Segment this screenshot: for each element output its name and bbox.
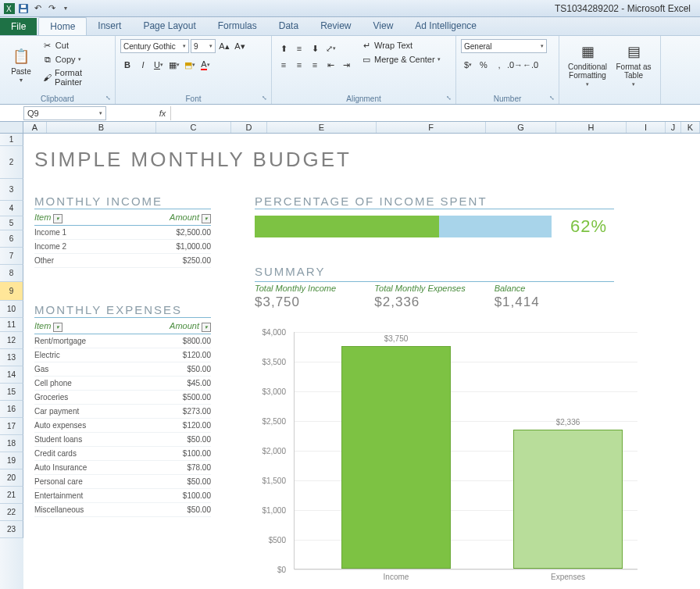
orientation-icon[interactable]: ⤢▾ <box>323 41 338 55</box>
select-all-button[interactable] <box>0 122 23 134</box>
tab-view[interactable]: View <box>362 17 405 35</box>
dialog-launcher-icon[interactable]: ⤡ <box>105 95 113 102</box>
row-header[interactable]: 20 <box>0 469 23 487</box>
formula-input[interactable] <box>170 106 700 120</box>
row-header[interactable]: 6 <box>0 230 23 248</box>
table-row[interactable]: Personal care$50.00 <box>34 475 211 489</box>
save-icon[interactable] <box>17 2 30 15</box>
tab-page-layout[interactable]: Page Layout <box>132 17 206 35</box>
column-header[interactable]: H <box>556 122 627 133</box>
underline-button[interactable]: U▾ <box>152 58 166 72</box>
table-row[interactable]: Cell phone$45.00 <box>34 377 211 391</box>
row-header[interactable]: 2 <box>0 146 23 179</box>
wrap-text-button[interactable]: ↵Wrap Text <box>359 39 442 52</box>
italic-button[interactable]: I <box>136 58 150 72</box>
column-header[interactable]: C <box>156 122 231 133</box>
decrease-indent-icon[interactable]: ⇤ <box>323 58 338 72</box>
dialog-launcher-icon[interactable]: ⤡ <box>262 95 270 102</box>
format-painter-button[interactable]: 🖌Format Painter <box>41 67 110 87</box>
align-middle-icon[interactable]: ≡ <box>292 41 306 55</box>
paste-button[interactable]: 📋 Paste ▼ <box>5 39 38 91</box>
tab-formulas[interactable]: Formulas <box>207 17 268 35</box>
table-row[interactable]: Electric$120.00 <box>34 348 211 362</box>
column-header[interactable]: J <box>666 122 681 133</box>
name-box[interactable]: Q9▾ <box>23 106 106 120</box>
row-header[interactable]: 1 <box>0 134 23 146</box>
format-as-table-button[interactable]: ▤ Format as Table▾ <box>614 39 653 91</box>
align-bottom-icon[interactable]: ⬇ <box>308 41 322 55</box>
bold-button[interactable]: B <box>120 58 134 72</box>
increase-indent-icon[interactable]: ⇥ <box>339 58 353 72</box>
row-header[interactable]: 11 <box>0 318 23 332</box>
worksheet-content[interactable]: SIMPLE MONTHLY BUDGET MONTHLY INCOME Ite… <box>23 134 700 589</box>
column-header[interactable]: I <box>627 122 666 133</box>
row-header[interactable]: 18 <box>0 435 23 452</box>
border-button[interactable]: ▦▾ <box>167 58 181 72</box>
column-header[interactable]: E <box>267 122 377 133</box>
conditional-formatting-button[interactable]: ▦ Conditional Formatting▾ <box>564 39 611 91</box>
row-header[interactable]: 4 <box>0 201 23 216</box>
qat-customize-icon[interactable]: ▼ <box>59 2 72 15</box>
row-header[interactable]: 9 <box>0 282 23 301</box>
row-header[interactable]: 7 <box>0 248 23 265</box>
table-row[interactable]: Other$250.00 <box>34 254 211 268</box>
row-header[interactable]: 22 <box>0 504 23 521</box>
font-color-button[interactable]: A▾ <box>198 58 212 72</box>
row-header[interactable]: 13 <box>0 349 23 366</box>
currency-icon[interactable]: $▾ <box>461 58 475 72</box>
cut-button[interactable]: ✂Cut <box>41 39 110 52</box>
font-name-select[interactable]: Century Gothic▾ <box>120 39 189 53</box>
number-format-select[interactable]: General▾ <box>461 39 547 53</box>
increase-decimal-icon[interactable]: .0→ <box>508 58 522 72</box>
row-header[interactable]: 8 <box>0 265 23 282</box>
row-header[interactable]: 23 <box>0 521 23 538</box>
table-row[interactable]: Credit cards$100.00 <box>34 447 211 461</box>
copy-button[interactable]: ⧉Copy▾ <box>41 53 110 66</box>
column-header[interactable]: F <box>377 122 486 133</box>
column-header[interactable]: B <box>47 122 156 133</box>
column-header[interactable]: G <box>486 122 556 133</box>
file-tab[interactable]: File <box>0 18 37 35</box>
dialog-launcher-icon[interactable]: ⤡ <box>446 95 454 102</box>
dialog-launcher-icon[interactable]: ⤡ <box>549 95 557 102</box>
tab-ad-intelligence[interactable]: Ad Intelligence <box>404 17 488 35</box>
redo-icon[interactable]: ↷ <box>45 2 58 15</box>
undo-icon[interactable]: ↶ <box>31 2 44 15</box>
comma-icon[interactable]: , <box>492 58 506 72</box>
merge-center-button[interactable]: ▭Merge & Center▾ <box>359 53 442 66</box>
font-size-select[interactable]: 9▾ <box>191 39 216 53</box>
row-header[interactable]: 10 <box>0 301 23 318</box>
align-right-icon[interactable]: ≡ <box>308 58 322 72</box>
table-row[interactable]: Auto expenses$120.00 <box>34 419 211 433</box>
tab-data[interactable]: Data <box>268 17 309 35</box>
align-top-icon[interactable]: ⬆ <box>277 41 291 55</box>
table-row[interactable]: Auto Insurance$78.00 <box>34 461 211 475</box>
table-row[interactable]: Income 1$2,500.00 <box>34 226 211 240</box>
tab-review[interactable]: Review <box>309 17 362 35</box>
row-header[interactable]: 17 <box>0 418 23 435</box>
column-header[interactable]: D <box>231 122 267 133</box>
row-header[interactable]: 5 <box>0 216 23 230</box>
tab-home[interactable]: Home <box>38 17 87 35</box>
row-header[interactable]: 19 <box>0 452 23 469</box>
tab-insert[interactable]: Insert <box>87 17 132 35</box>
align-center-icon[interactable]: ≡ <box>292 58 306 72</box>
filter-button[interactable]: ▾ <box>202 214 211 223</box>
table-row[interactable]: Gas$50.00 <box>34 362 211 377</box>
table-row[interactable]: Entertainment$100.00 <box>34 489 211 503</box>
fill-color-button[interactable]: ⬒▾ <box>183 58 197 72</box>
filter-button[interactable]: ▾ <box>53 323 62 332</box>
row-header[interactable]: 21 <box>0 487 23 504</box>
filter-button[interactable]: ▾ <box>53 214 62 223</box>
table-row[interactable]: Income 2$1,000.00 <box>34 240 211 254</box>
decrease-font-icon[interactable]: A▾ <box>233 39 247 53</box>
percent-icon[interactable]: % <box>477 58 491 72</box>
row-header[interactable]: 12 <box>0 332 23 349</box>
row-header[interactable]: 16 <box>0 401 23 418</box>
table-row[interactable]: Student loans$50.00 <box>34 433 211 447</box>
fx-button[interactable]: fx <box>155 106 170 120</box>
table-row[interactable]: Rent/mortgage$800.00 <box>34 334 211 348</box>
row-header[interactable]: 14 <box>0 366 23 384</box>
table-row[interactable]: Miscellaneous$50.00 <box>34 503 211 517</box>
align-left-icon[interactable]: ≡ <box>277 58 291 72</box>
